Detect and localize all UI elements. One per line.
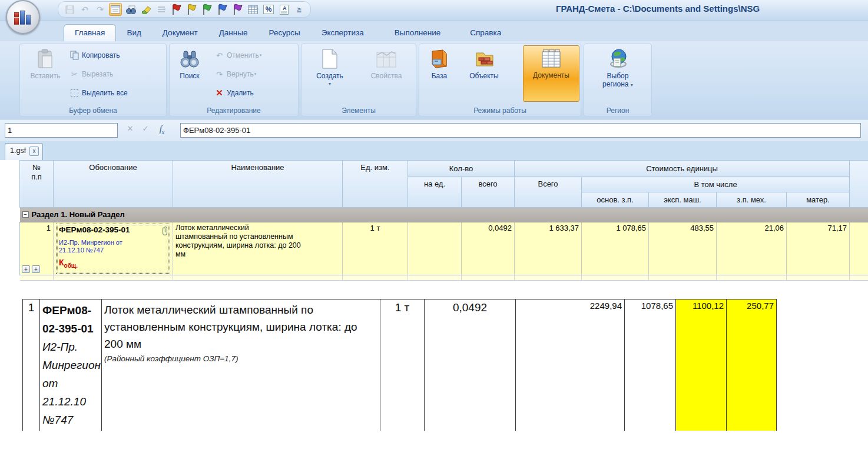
- eraser-icon[interactable]: [140, 3, 153, 16]
- redo-icon[interactable]: ↷▾: [94, 3, 107, 16]
- tab-dokument[interactable]: Документ: [152, 25, 208, 41]
- objects-mode-button[interactable]: Объекты: [459, 46, 509, 80]
- header-num: №п.п: [20, 161, 54, 208]
- preview-cell-basic-wage: 1078,65: [625, 299, 676, 431]
- undo-icon[interactable]: ↶▾: [78, 3, 91, 16]
- paste-button[interactable]: Вставить: [22, 46, 68, 80]
- flag-yellow-icon[interactable]: [185, 3, 198, 16]
- redo-button[interactable]: ↷ Вернуть▾: [214, 68, 256, 81]
- tab-vid[interactable]: Вид: [116, 25, 151, 41]
- globe-icon: [608, 49, 628, 69]
- tab-glavnaya[interactable]: Главная: [64, 24, 116, 41]
- cell-row-num[interactable]: 1 + +: [20, 222, 54, 275]
- flag-green-icon[interactable]: [201, 3, 214, 16]
- tab-ekspertiza[interactable]: Экспертиза: [311, 25, 375, 41]
- document-tab-bar: 1.gsf x: [0, 141, 868, 160]
- list-icon[interactable]: ▾: [155, 3, 168, 16]
- flag-red-icon[interactable]: [170, 3, 183, 16]
- header-justification: Обоснование: [54, 161, 173, 208]
- create-dropdown-arrow: ▾: [306, 80, 353, 88]
- delete-x-icon: ✕: [214, 88, 224, 98]
- expand-row-icon-2[interactable]: +: [32, 265, 40, 273]
- cell-mech-wage[interactable]: 21,06: [717, 222, 787, 275]
- select-all-button[interactable]: Выделить все: [69, 86, 128, 99]
- header-unit-cost-group: Стоимость единицы: [515, 161, 850, 177]
- group-label-elements: Элементы: [302, 106, 416, 115]
- select-region-button[interactable]: Выбор региона ▾: [588, 46, 648, 89]
- fx-icon[interactable]: fx: [155, 124, 168, 135]
- percent-icon[interactable]: %: [262, 3, 275, 16]
- cell-name-box[interactable]: [5, 123, 118, 138]
- confirm-entry-icon[interactable]: ✓: [139, 124, 152, 133]
- preview-cell-total: 2249,94: [516, 299, 625, 431]
- group-modes: База Объекты Документы Режимы работы: [419, 44, 581, 117]
- header-basic-wage: основ. з.п.: [582, 192, 649, 208]
- form-icon[interactable]: [109, 3, 122, 16]
- documents-icon: [541, 48, 561, 68]
- documents-mode-button[interactable]: Документы: [523, 45, 579, 102]
- copy-icon: [69, 51, 79, 61]
- save-icon[interactable]: [63, 3, 76, 16]
- create-button[interactable]: Создать ▾: [306, 46, 353, 88]
- formula-bar: ✕ ✓ fx: [0, 119, 868, 141]
- cancel-entry-icon[interactable]: ✕: [124, 124, 137, 133]
- delete-button[interactable]: ✕ Удалить: [214, 86, 254, 99]
- tab-vypolnenie[interactable]: Выполнение: [384, 25, 452, 41]
- tab-resursy[interactable]: Ресурсы: [259, 25, 311, 41]
- expand-row-icon-1[interactable]: +: [22, 265, 30, 273]
- cell-total[interactable]: 1 633,37: [515, 222, 582, 275]
- header-qty-per-unit: на ед.: [408, 177, 462, 208]
- binoculars-icon: [180, 49, 200, 69]
- application-menu-button[interactable]: [6, 0, 40, 34]
- undo-button[interactable]: ↶ Отменить▾: [214, 49, 261, 62]
- properties-button[interactable]: Свойства: [360, 46, 412, 80]
- properties-icon: [376, 49, 396, 69]
- cell-justification-selected[interactable]: ФЕРм08-02-395-01 И2-Пр. Минрегион от 21.…: [54, 222, 173, 275]
- formula-input[interactable]: [180, 123, 861, 138]
- svg-text:%: %: [266, 5, 272, 14]
- undo-arrow-icon: ↶: [214, 51, 224, 61]
- group-label-editing: Редактирование: [170, 106, 298, 115]
- grid-icon[interactable]: ▾: [247, 3, 260, 16]
- window-title: ГРАНД-Смета - C:\Documents and Settings\…: [556, 4, 868, 14]
- cell-extra[interactable]: [850, 222, 868, 275]
- document-tab-1gsf[interactable]: 1.gsf x: [5, 143, 43, 160]
- collapse-section-icon[interactable]: −: [22, 211, 29, 218]
- preview-code: ФЕРм08-02-395-01: [42, 301, 101, 338]
- cell-qty-per-unit[interactable]: [408, 222, 462, 275]
- cell-materials[interactable]: 71,17: [787, 222, 850, 275]
- ribbon-tab-row: Главная Вид Документ Данные Ресурсы Эксп…: [0, 21, 868, 41]
- find-in-document-icon[interactable]: [124, 3, 137, 16]
- redo-arrow-icon: ↷: [214, 69, 224, 79]
- copy-button[interactable]: Копировать: [69, 49, 120, 62]
- search-button[interactable]: Поиск: [171, 46, 208, 80]
- row-doc-ref: И2-Пр. Минрегион от 21.12.10 №747: [59, 239, 128, 254]
- title-bar: ↶▾ ↷▾ ▾ ▾ % A ≧ ГРАНД-Смета - C:\Documen…: [0, 0, 868, 21]
- tab-dannye[interactable]: Данные: [208, 25, 259, 41]
- base-mode-button[interactable]: База: [422, 46, 457, 80]
- header-qty-group: Кол-во: [408, 161, 515, 177]
- flag-purple-icon[interactable]: [231, 3, 244, 16]
- group-elements: Создать ▾ Свойства Элементы: [301, 44, 416, 117]
- cell-qty-total[interactable]: 0,0492: [462, 222, 515, 275]
- cut-button[interactable]: ✂ Вырезать: [69, 68, 113, 81]
- close-document-icon[interactable]: x: [29, 147, 39, 156]
- new-page-icon: [320, 49, 340, 69]
- cell-work-name[interactable]: Лоток металлический штампованный по уста…: [173, 222, 343, 275]
- more-icon[interactable]: ≧: [293, 3, 306, 16]
- cell-basic-wage[interactable]: 1 078,65: [582, 222, 649, 275]
- preview-cell-qty: 0,0492: [425, 299, 516, 431]
- section-row[interactable]: −Раздел 1. Новый Раздел: [20, 208, 868, 222]
- cell-unit[interactable]: 1 т: [343, 222, 408, 275]
- preview-doc-ref: И2-Пр. Минрегион от 21.12.10 №747: [42, 338, 101, 429]
- next-row-partial: [20, 275, 868, 281]
- scissors-icon: ✂: [69, 69, 79, 79]
- flag-blue-icon[interactable]: [216, 3, 229, 16]
- row-coefficient: Кобщ.: [59, 258, 167, 269]
- text-page-icon[interactable]: A: [277, 3, 290, 16]
- tab-spravka[interactable]: Справка: [459, 25, 512, 41]
- cell-machines[interactable]: 483,55: [649, 222, 717, 275]
- region-dropdown-arrow: ▾: [631, 82, 633, 88]
- header-including: В том числе: [582, 177, 850, 192]
- preview-cell-highlight-2: 250,77: [727, 299, 777, 431]
